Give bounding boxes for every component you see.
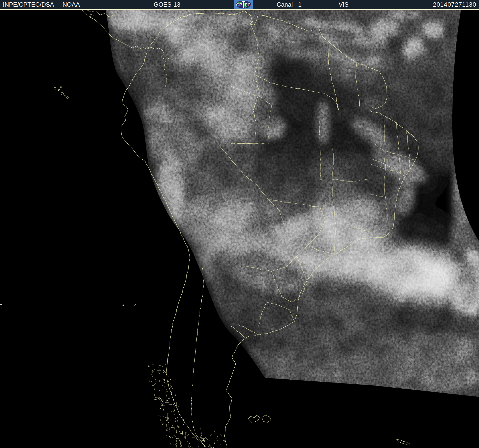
svg-text:EC: EC	[245, 3, 251, 7]
svg-text:CP: CP	[236, 3, 242, 7]
